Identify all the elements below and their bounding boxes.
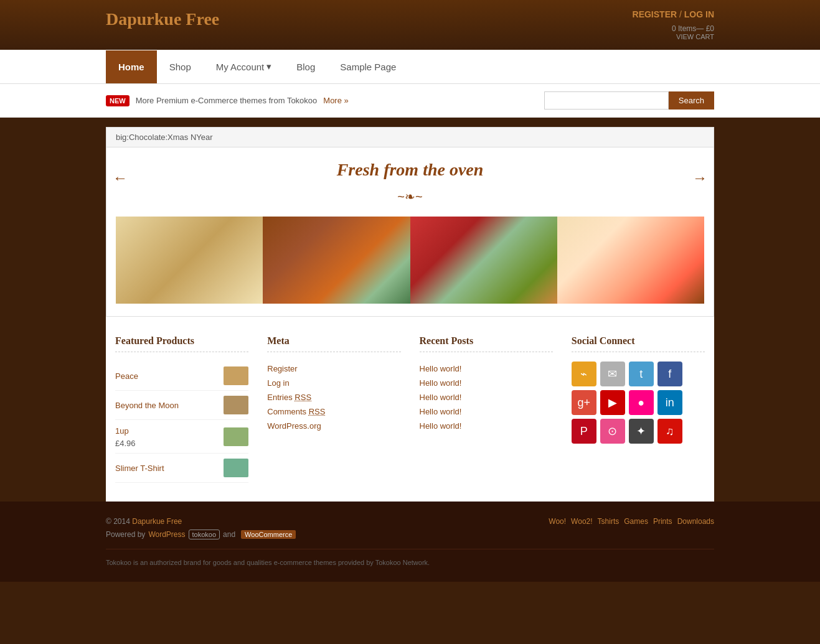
footer-bottom: Tokokoo is an authorized brand for goods… xyxy=(106,549,714,566)
site-footer: © 2014 Dapurkue Free Powered by WordPres… xyxy=(0,502,820,582)
footer-site-link[interactable]: Dapurkue Free xyxy=(132,517,182,526)
product-item-slimer: Slimer T-Shirt xyxy=(115,454,248,483)
recent-posts-section: Recent Posts Hello world! Hello world! H… xyxy=(420,335,553,483)
dribbble-icon[interactable]: ⊙ xyxy=(600,419,625,444)
product-thumb-1up xyxy=(224,427,248,446)
rss-icon[interactable]: ⌁ xyxy=(572,362,596,386)
login-link[interactable]: LOG IN xyxy=(684,9,714,19)
footer-copyright: © 2014 Dapurkue Free xyxy=(106,517,296,526)
product-image-4[interactable] xyxy=(557,217,704,304)
meta-heading: Meta xyxy=(267,335,400,352)
cart-count: 0 Items— £0 xyxy=(672,24,714,33)
slider-wrapper: big:Chocolate:Xmas NYear ← Fresh from th… xyxy=(106,127,714,317)
slider-tabs: big:Chocolate:Xmas NYear xyxy=(106,128,714,147)
linkedin-icon[interactable]: in xyxy=(657,390,682,415)
flickr-icon[interactable]: ● xyxy=(629,390,654,415)
woocommerce-badge: WooCommerce xyxy=(241,530,296,539)
recent-post-1[interactable]: Hello world! xyxy=(420,362,553,376)
new-badge: NEW xyxy=(106,95,130,106)
footer-link-woo2[interactable]: Woo2! xyxy=(571,517,592,526)
youtube-icon[interactable]: ▶ xyxy=(600,390,625,415)
footer-links: Woo! Woo2! Tshirts Games Prints Download… xyxy=(549,517,714,526)
footer-link-downloads[interactable]: Downloads xyxy=(677,517,714,526)
product-item-peace: Peace xyxy=(115,362,248,391)
product-images xyxy=(116,217,704,304)
slider-title: Fresh from the oven xyxy=(116,160,704,180)
product-image-1[interactable] xyxy=(116,217,263,304)
lastfm-icon[interactable]: ♫ xyxy=(657,419,682,444)
search-form: Search xyxy=(544,91,714,110)
github-icon[interactable]: ✦ xyxy=(629,419,654,444)
bottom-sections: Featured Products Peace Beyond the Moon … xyxy=(106,317,714,502)
featured-slider: ← Fresh from the oven ~❧~ → xyxy=(106,147,714,316)
footer-powered: Powered by WordPress tokokoo and WooComm… xyxy=(106,530,296,539)
auth-separator: / xyxy=(679,9,682,19)
site-header: Dapurkue Free REGISTER / LOG IN 0 Items—… xyxy=(0,0,820,50)
slider-divider: ~❧~ xyxy=(116,189,704,204)
footer-description: Tokokoo is an authorized brand for goods… xyxy=(106,559,430,566)
email-icon[interactable]: ✉ xyxy=(600,362,625,386)
recent-post-4[interactable]: Hello world! xyxy=(420,404,553,419)
slider-next-button[interactable]: → xyxy=(692,169,707,187)
footer-link-tshirts[interactable]: Tshirts xyxy=(598,517,620,526)
pinterest-icon[interactable]: P xyxy=(572,419,596,444)
footer-link-prints[interactable]: Prints xyxy=(653,517,672,526)
product-image-3[interactable] xyxy=(410,217,557,304)
recent-posts-heading: Recent Posts xyxy=(420,335,553,352)
meta-entries-rss-link[interactable]: Entries RSS xyxy=(267,390,400,404)
product-link-beyond-the-moon[interactable]: Beyond the Moon xyxy=(115,401,179,410)
product-thumb-peace xyxy=(224,366,248,385)
promo-bar: NEW More Premium e-Commerce themes from … xyxy=(0,84,820,118)
meta-wordpress-link[interactable]: WordPress.org xyxy=(267,419,400,433)
product-link-1up[interactable]: 1up xyxy=(115,426,129,436)
promo-left: NEW More Premium e-Commerce themes from … xyxy=(106,95,349,106)
nav-sample-page[interactable]: Sample Page xyxy=(328,50,408,83)
social-connect-heading: Social Connect xyxy=(572,335,705,352)
auth-links: REGISTER / LOG IN xyxy=(633,9,714,19)
nav-shop[interactable]: Shop xyxy=(157,50,204,83)
site-title[interactable]: Dapurkue Free xyxy=(106,9,219,29)
product-item-beyond-the-moon: Beyond the Moon xyxy=(115,391,248,420)
more-link[interactable]: More » xyxy=(323,96,348,105)
nav-my-account[interactable]: My Account ▾ xyxy=(204,50,285,83)
twitter-icon[interactable]: t xyxy=(629,362,654,386)
register-link[interactable]: REGISTER xyxy=(633,9,677,19)
meta-login-link[interactable]: Log in xyxy=(267,376,400,390)
nav-home[interactable]: Home xyxy=(106,50,157,83)
featured-products-section: Featured Products Peace Beyond the Moon … xyxy=(115,335,248,483)
social-grid: ⌁ ✉ t f g+ ▶ ● in P ⊙ ✦ ♫ xyxy=(572,362,705,444)
cake-image-3 xyxy=(410,217,557,304)
footer-link-games[interactable]: Games xyxy=(624,517,648,526)
product-image-2[interactable] xyxy=(263,217,410,304)
google-plus-icon[interactable]: g+ xyxy=(572,390,596,415)
cake-image-4 xyxy=(557,217,704,304)
chevron-down-icon: ▾ xyxy=(266,61,271,72)
product-thumb-slimer xyxy=(224,459,248,477)
meta-comments-rss-link[interactable]: Comments RSS xyxy=(267,404,400,419)
meta-section: Meta Register Log in Entries RSS Comment… xyxy=(267,335,400,483)
cake-image-1 xyxy=(116,217,263,304)
product-thumb-beyond-the-moon xyxy=(224,396,248,414)
nav-blog[interactable]: Blog xyxy=(284,50,328,83)
product-price-1up: £4.96 xyxy=(115,439,224,448)
tokokoo-badge: tokokoo xyxy=(189,530,220,539)
search-input[interactable] xyxy=(544,91,669,110)
slider-tab-label[interactable]: big:Chocolate:Xmas NYear xyxy=(116,133,213,142)
featured-products-heading: Featured Products xyxy=(115,335,248,352)
product-item-1up: 1up £4.96 xyxy=(115,420,248,454)
meta-register-link[interactable]: Register xyxy=(267,362,400,376)
product-link-slimer[interactable]: Slimer T-Shirt xyxy=(115,464,164,473)
facebook-icon[interactable]: f xyxy=(657,362,682,386)
recent-post-2[interactable]: Hello world! xyxy=(420,376,553,390)
cart-info: 0 Items— £0 VIEW CART xyxy=(633,24,714,40)
view-cart-link[interactable]: VIEW CART xyxy=(633,33,714,40)
recent-post-3[interactable]: Hello world! xyxy=(420,390,553,404)
product-link-peace[interactable]: Peace xyxy=(115,371,138,381)
cake-image-2 xyxy=(263,217,410,304)
slider-prev-button[interactable]: ← xyxy=(113,169,128,187)
wordpress-link[interactable]: WordPress xyxy=(148,530,185,539)
recent-post-5[interactable]: Hello world! xyxy=(420,419,553,433)
social-connect-section: Social Connect ⌁ ✉ t f g+ ▶ ● in P ⊙ ✦ ♫ xyxy=(572,335,705,483)
search-button[interactable]: Search xyxy=(669,91,714,110)
footer-link-woo[interactable]: Woo! xyxy=(549,517,566,526)
